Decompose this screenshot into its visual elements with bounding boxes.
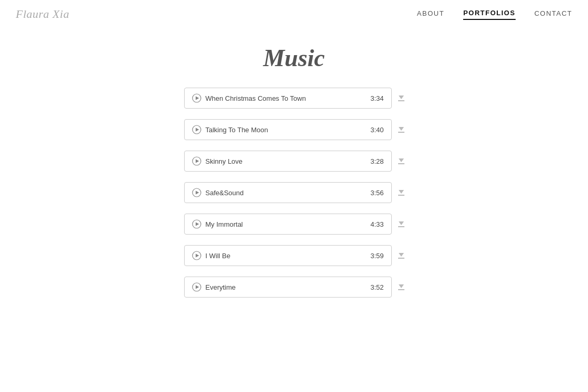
track-left-3: Safe&Sound: [192, 188, 244, 197]
nav-item-contact[interactable]: CONTACT: [534, 9, 572, 19]
download-icon-5[interactable]: [398, 253, 404, 259]
track-name-0: When Christmas Comes To Town: [206, 94, 306, 102]
download-icon-3[interactable]: [398, 190, 404, 196]
music-track-4[interactable]: My Immortal4:33: [184, 214, 392, 235]
page-title: Music: [0, 44, 588, 72]
track-row-0: When Christmas Comes To Town3:34: [184, 88, 404, 109]
download-base-0: [398, 100, 404, 101]
track-row-3: Safe&Sound3:56: [184, 182, 404, 203]
track-left-6: Everytime: [192, 282, 236, 292]
music-track-2[interactable]: Skinny Love3:28: [184, 151, 392, 172]
svg-marker-9: [196, 223, 199, 226]
track-row-2: Skinny Love3:28: [184, 151, 404, 172]
download-arrow-6: [399, 284, 404, 288]
download-arrow-1: [399, 127, 404, 131]
music-track-5[interactable]: I Will Be3:59: [184, 245, 392, 266]
download-icon-6[interactable]: [398, 284, 404, 290]
track-name-1: Talking To The Moon: [206, 126, 268, 134]
download-arrow-3: [399, 190, 404, 194]
nav-item-portfolios[interactable]: PORTFOLIOS: [463, 9, 516, 20]
track-left-1: Talking To The Moon: [192, 125, 268, 134]
music-track-1[interactable]: Talking To The Moon3:40: [184, 119, 392, 140]
svg-marker-7: [196, 191, 199, 195]
download-base-6: [398, 289, 404, 290]
main-nav: ABOUTPORTFOLIOSCONTACT: [417, 9, 572, 20]
track-row-6: Everytime3:52: [184, 277, 404, 298]
track-name-4: My Immortal: [206, 220, 243, 228]
music-track-3[interactable]: Safe&Sound3:56: [184, 182, 392, 203]
track-row-4: My Immortal4:33: [184, 214, 404, 235]
download-arrow-0: [399, 96, 404, 99]
track-duration-4: 4:33: [370, 220, 383, 228]
play-icon-2[interactable]: [192, 156, 201, 166]
play-icon-3[interactable]: [192, 188, 201, 197]
svg-marker-13: [196, 285, 199, 289]
track-name-6: Everytime: [206, 283, 236, 291]
svg-marker-5: [196, 160, 199, 163]
track-left-0: When Christmas Comes To Town: [192, 93, 306, 103]
track-name-2: Skinny Love: [206, 157, 243, 165]
track-duration-6: 3:52: [370, 283, 383, 291]
track-duration-5: 3:59: [370, 252, 383, 260]
track-duration-1: 3:40: [370, 126, 383, 134]
download-icon-2[interactable]: [398, 158, 404, 164]
play-icon-4[interactable]: [192, 219, 201, 229]
track-duration-0: 3:34: [370, 94, 383, 102]
track-name-5: I Will Be: [206, 252, 231, 260]
download-icon-0[interactable]: [398, 96, 404, 101]
track-name-3: Safe&Sound: [206, 189, 244, 197]
svg-marker-11: [196, 254, 199, 258]
track-duration-3: 3:56: [370, 189, 383, 197]
music-track-0[interactable]: When Christmas Comes To Town3:34: [184, 88, 392, 109]
track-left-4: My Immortal: [192, 219, 243, 229]
play-icon-6[interactable]: [192, 282, 201, 292]
play-icon-5[interactable]: [192, 251, 201, 260]
svg-marker-1: [196, 97, 199, 100]
track-row-1: Talking To The Moon3:40: [184, 119, 404, 140]
play-icon-1[interactable]: [192, 125, 201, 134]
site-title: Flaura Xia: [16, 7, 69, 21]
music-track-6[interactable]: Everytime3:52: [184, 277, 392, 298]
track-duration-2: 3:28: [370, 157, 383, 165]
download-base-2: [398, 163, 404, 164]
download-base-1: [398, 132, 404, 133]
download-base-4: [398, 226, 404, 227]
download-icon-1[interactable]: [398, 127, 404, 133]
download-arrow-5: [399, 253, 404, 257]
download-base-3: [398, 195, 404, 196]
download-base-5: [398, 258, 404, 259]
site-header: Flaura Xia ABOUTPORTFOLIOSCONTACT: [0, 0, 588, 28]
track-left-2: Skinny Love: [192, 156, 243, 166]
play-icon-0[interactable]: [192, 93, 201, 103]
svg-marker-3: [196, 128, 199, 132]
nav-item-about[interactable]: ABOUT: [417, 9, 444, 19]
music-list: When Christmas Comes To Town3:34 Talking…: [0, 88, 588, 329]
track-left-5: I Will Be: [192, 251, 231, 260]
download-icon-4[interactable]: [398, 221, 404, 227]
download-arrow-2: [399, 158, 404, 162]
download-arrow-4: [399, 221, 404, 225]
track-row-5: I Will Be3:59: [184, 245, 404, 266]
